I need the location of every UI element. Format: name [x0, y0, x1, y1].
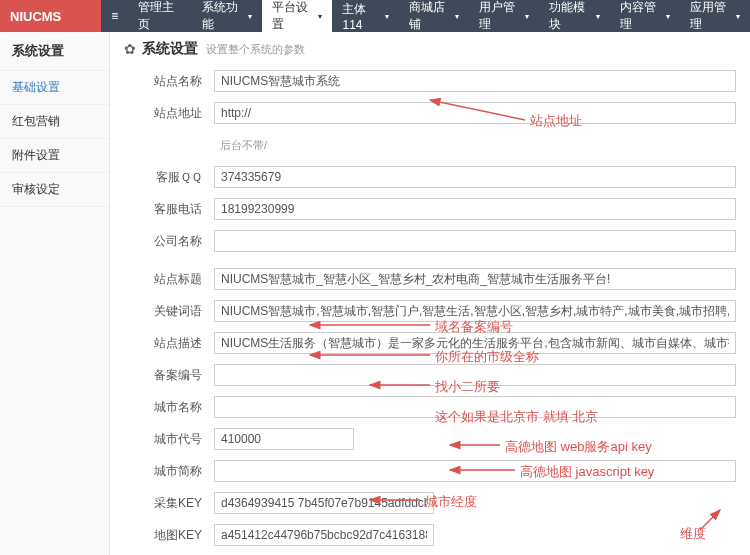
label-citycode: 城市代号: [124, 431, 214, 448]
sidebar: 系统设置 基础设置 红包营销 附件设置 审核设定: [0, 32, 110, 555]
sidebar-basic[interactable]: 基础设置: [0, 71, 109, 105]
nav-platform[interactable]: 平台设置▾: [262, 0, 332, 32]
sidebar-audit[interactable]: 审核设定: [0, 173, 109, 207]
page-title: 系统设置: [142, 40, 198, 58]
label-company: 公司名称: [124, 233, 214, 250]
input-citycode[interactable]: [214, 428, 354, 450]
input-siteurl[interactable]: [214, 102, 736, 124]
sidebar-redpacket[interactable]: 红包营销: [0, 105, 109, 139]
label-mapkey: 地图KEY: [124, 527, 214, 544]
nav-home[interactable]: 管理主页: [128, 0, 192, 32]
top-navigation: NIUCMS ≡ 管理主页 系统功能▾ 平台设置▾ 主体114▾ 商城店铺▾ 用…: [0, 0, 750, 32]
label-caijikey: 采集KEY: [124, 495, 214, 512]
nav-entity[interactable]: 主体114▾: [332, 0, 399, 32]
input-sitename[interactable]: [214, 70, 736, 92]
nav-module[interactable]: 功能模块▾: [539, 0, 609, 32]
input-caijikey[interactable]: [214, 492, 434, 514]
logo: NIUCMS: [0, 0, 101, 32]
label-qq: 客服ＱＱ: [124, 169, 214, 186]
input-mapkey[interactable]: [214, 524, 434, 546]
sidebar-title: 系统设置: [0, 32, 109, 71]
label-cityname: 城市名称: [124, 399, 214, 416]
input-phone[interactable]: [214, 198, 736, 220]
nav-user[interactable]: 用户管理▾: [469, 0, 539, 32]
input-cityshort[interactable]: [214, 460, 736, 482]
label-sitetitle: 站点标题: [124, 271, 214, 288]
label-beian: 备案编号: [124, 367, 214, 384]
input-beian[interactable]: [214, 364, 736, 386]
nav-system[interactable]: 系统功能▾: [192, 0, 262, 32]
sidebar-attachment[interactable]: 附件设置: [0, 139, 109, 173]
hint-siteurl: 后台不带/: [220, 138, 267, 153]
input-keywords[interactable]: [214, 300, 736, 322]
main-content: ✿ 系统设置 设置整个系统的参数 站点名称 站点地址 后台不带/ 客服ＱＱ 客服…: [110, 32, 750, 555]
label-desc: 站点描述: [124, 335, 214, 352]
input-cityname[interactable]: [214, 396, 736, 418]
input-desc[interactable]: [214, 332, 736, 354]
label-siteurl: 站点地址: [124, 105, 214, 122]
input-qq[interactable]: [214, 166, 736, 188]
gear-icon: ✿: [124, 41, 136, 57]
page-subtitle: 设置整个系统的参数: [206, 42, 305, 57]
menu-toggle[interactable]: ≡: [101, 9, 128, 23]
nav-app[interactable]: 应用管理▾: [680, 0, 750, 32]
input-company[interactable]: [214, 230, 736, 252]
input-sitetitle[interactable]: [214, 268, 736, 290]
label-phone: 客服电话: [124, 201, 214, 218]
label-keywords: 关键词语: [124, 303, 214, 320]
nav-mall[interactable]: 商城店铺▾: [399, 0, 469, 32]
label-cityshort: 城市简称: [124, 463, 214, 480]
nav-content[interactable]: 内容管理▾: [610, 0, 680, 32]
label-sitename: 站点名称: [124, 73, 214, 90]
page-header: ✿ 系统设置 设置整个系统的参数: [124, 40, 736, 58]
